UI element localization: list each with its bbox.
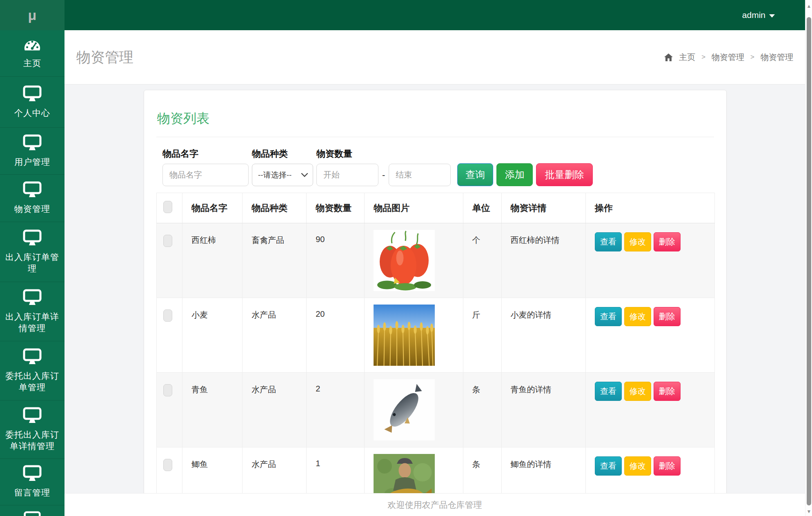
cell-unit: 斤: [463, 298, 501, 373]
table-header-row: 物品名字 物品种类 物资数量 物品图片 单位 物资详情 操作: [157, 193, 715, 223]
view-button[interactable]: 查看: [595, 232, 622, 251]
page-header: 物资管理 主页 > 物资管理 > 物资管理: [65, 30, 805, 85]
col-name: 物品名字: [182, 193, 242, 223]
table-row: 西红柿 畜禽产品 90: [157, 223, 715, 298]
sidebar: μ 主页 个人中心: [0, 0, 65, 516]
col-detail: 物资详情: [501, 193, 585, 223]
divider: [156, 137, 714, 137]
breadcrumb-level1[interactable]: 物资管理: [712, 52, 744, 63]
filter-name-group: 物品名字: [162, 148, 249, 186]
logo-text: μ: [28, 7, 37, 23]
monitor-icon: [23, 407, 42, 423]
monitor-icon: [23, 181, 42, 198]
breadcrumb-home[interactable]: 主页: [679, 52, 695, 63]
cell-qty: 20: [307, 298, 365, 373]
col-type: 物品种类: [242, 193, 307, 223]
filter-name-label: 物品名字: [162, 148, 249, 160]
scroll-up-arrow[interactable]: ▲: [805, 3, 812, 9]
scroll-down-arrow[interactable]: ▼: [805, 509, 812, 514]
monitor-icon: [23, 465, 42, 481]
search-button[interactable]: 查询: [457, 163, 493, 186]
edit-button[interactable]: 修改: [624, 456, 651, 476]
qty-start-input[interactable]: [316, 164, 378, 186]
table-row: 小麦 水产品 20: [157, 298, 715, 373]
monitor-icon: [23, 134, 42, 151]
sidebar-item-entrust-order-details[interactable]: 委托出入库订单详情管理: [0, 400, 65, 458]
filter-type-group: 物品种类 --请选择--: [252, 148, 313, 186]
sidebar-item-label: 出入库订单详情管理: [3, 311, 61, 334]
sidebar-item-label: 委托出入库订单管理: [3, 370, 61, 394]
col-qty: 物资数量: [307, 193, 365, 223]
sidebar-item-home[interactable]: 主页: [0, 30, 65, 76]
materials-panel: 物资列表 物品名字 物品种类 --请选择-- 物资数量: [144, 90, 727, 516]
sidebar-item-label: 出入库订单管理: [3, 251, 61, 275]
panel-title: 物资列表: [156, 102, 714, 137]
select-value: --请选择--: [258, 170, 291, 180]
sidebar-item-label: 用户管理: [3, 156, 61, 168]
delete-button[interactable]: 删除: [654, 232, 681, 251]
sidebar-item-label: 主页: [3, 58, 61, 69]
item-type-select[interactable]: --请选择--: [252, 164, 313, 186]
view-button[interactable]: 查看: [595, 382, 622, 401]
user-dropdown[interactable]: admin: [742, 10, 775, 20]
sidebar-menu: 主页 个人中心 用户管理 物资管理: [0, 30, 65, 516]
sidebar-item-orders[interactable]: 出入库订单管理: [0, 222, 65, 282]
item-name-input[interactable]: [162, 164, 249, 186]
cell-type: 畜禽产品: [242, 223, 307, 298]
sidebar-item-materials[interactable]: 物资管理: [0, 174, 65, 222]
cell-detail: 小麦的详情: [501, 298, 585, 373]
wheat-image: [374, 305, 435, 366]
chevron-down-icon: [769, 14, 775, 18]
cell-detail: 西红柿的详情: [501, 223, 585, 298]
breadcrumb-level2: 物资管理: [761, 52, 793, 63]
cell-unit: 个: [463, 223, 501, 298]
vertical-scrollbar: ▲ ▼: [805, 0, 812, 516]
top-navbar: admin: [65, 0, 805, 30]
sidebar-item-entrust-orders[interactable]: 委托出入库订单管理: [0, 341, 65, 400]
view-button[interactable]: 查看: [595, 307, 622, 326]
edit-button[interactable]: 修改: [624, 307, 651, 326]
sidebar-item-order-details[interactable]: 出入库订单详情管理: [0, 282, 65, 341]
row-checkbox[interactable]: [163, 384, 172, 396]
cell-qty: 2: [307, 373, 365, 447]
monitor-icon: [23, 348, 42, 365]
page-title: 物资管理: [76, 48, 133, 67]
row-checkbox[interactable]: [163, 235, 172, 247]
monitor-icon: [23, 229, 42, 246]
delete-button[interactable]: 删除: [654, 456, 681, 476]
sidebar-item-messages[interactable]: 留言管理: [0, 458, 65, 505]
row-checkbox[interactable]: [163, 309, 172, 322]
footer: 欢迎使用农产品仓库管理: [65, 493, 805, 516]
username: admin: [742, 10, 765, 20]
select-all-checkbox[interactable]: [163, 201, 172, 213]
view-button[interactable]: 查看: [595, 456, 622, 476]
batch-delete-button[interactable]: 批量删除: [536, 163, 593, 186]
cell-name: 青鱼: [182, 373, 242, 447]
app-logo[interactable]: μ: [0, 0, 65, 30]
dashboard-gauge-icon: [23, 37, 42, 52]
filter-qty-group: 物资数量 -: [316, 148, 451, 186]
row-checkbox[interactable]: [163, 459, 172, 471]
scrollbar-thumb[interactable]: [807, 17, 811, 505]
breadcrumb-separator: >: [701, 53, 705, 61]
cell-type: 水产品: [242, 373, 307, 447]
edit-button[interactable]: 修改: [624, 382, 651, 401]
sidebar-item-users[interactable]: 用户管理: [0, 127, 65, 174]
monitor-icon: [23, 289, 42, 305]
edit-button[interactable]: 修改: [624, 232, 651, 251]
col-unit: 单位: [463, 193, 501, 223]
breadcrumb: 主页 > 物资管理 > 物资管理: [664, 52, 793, 63]
black-carp-image: [374, 379, 435, 440]
cell-type: 水产品: [242, 298, 307, 373]
sidebar-item-partial[interactable]: [0, 505, 65, 516]
sidebar-item-profile[interactable]: 个人中心: [0, 76, 65, 127]
add-button[interactable]: 添加: [496, 163, 533, 186]
sidebar-item-label: 留言管理: [3, 487, 61, 498]
monitor-icon: [23, 85, 42, 102]
delete-button[interactable]: 删除: [654, 307, 681, 326]
tomato-image: [374, 230, 435, 291]
sidebar-item-label: 物资管理: [3, 203, 61, 215]
qty-end-input[interactable]: [389, 164, 451, 186]
delete-button[interactable]: 删除: [654, 382, 681, 401]
home-icon: [664, 53, 673, 61]
